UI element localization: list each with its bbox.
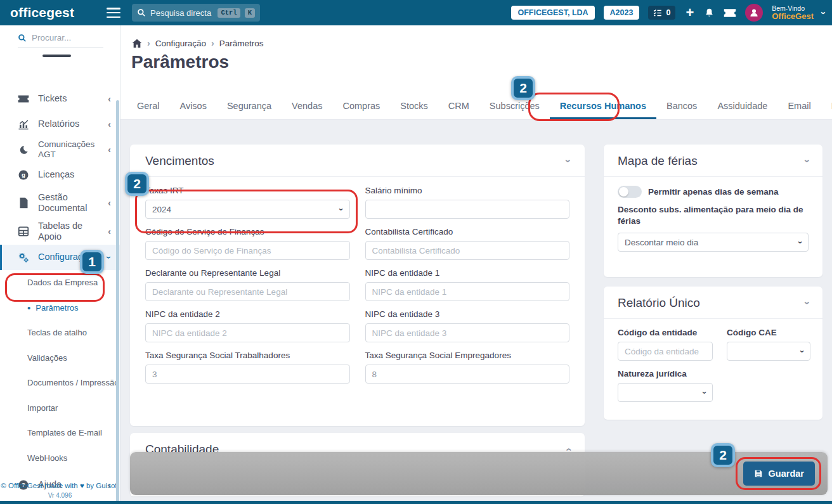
tab-email[interactable]: Email <box>777 94 821 119</box>
notifications-bell-icon[interactable] <box>704 8 715 18</box>
codigo-entidade-input[interactable] <box>618 342 713 361</box>
task-counter-badge[interactable]: 0 <box>648 6 675 20</box>
tab-compras[interactable]: Compras <box>332 94 390 119</box>
tab-mais[interactable]: Mais› <box>821 94 832 119</box>
declarante-representante-input[interactable] <box>145 282 350 301</box>
user-welcome[interactable]: Bem-Vindo OfficeGest <box>772 4 814 22</box>
sidebar-subitem-importar[interactable]: Importar <box>0 396 120 421</box>
sidebar-search-placeholder: Procurar... <box>32 33 71 42</box>
tab-avisos[interactable]: Avisos <box>169 94 216 119</box>
field-taxas-irt: Taxas IRT 2024 › <box>145 186 350 219</box>
tab-stocks[interactable]: Stocks <box>390 94 438 119</box>
collapse-chevron-icon[interactable]: › <box>801 159 812 162</box>
taxas-irt-select[interactable]: 2024 › <box>145 200 350 219</box>
sidebar-subitem-dados-da-empresa[interactable]: Dados da Empresa <box>0 270 120 295</box>
mapa-ferias-header[interactable]: Mapa de férias › <box>604 145 822 177</box>
bar-chart-icon <box>18 119 29 130</box>
contabilista-certificado-input[interactable] <box>365 241 570 260</box>
natureza-juridica-select[interactable]: › <box>618 383 713 402</box>
checklist-icon <box>653 9 662 17</box>
sidebar-subitem-documentos-impressao[interactable]: Documentos / Impressão <box>0 370 120 396</box>
breadcrumb-separator: › <box>211 38 214 48</box>
collapse-chevron-icon[interactable]: › <box>562 159 573 162</box>
weekdays-only-toggle[interactable] <box>618 186 642 198</box>
main-header: › Configuração › Parâmetros Parâmetros G… <box>120 25 832 120</box>
quick-add-icon[interactable]: + <box>686 6 694 20</box>
tab-assiduidade[interactable]: Assiduidade <box>707 94 777 119</box>
relatorio-unico-header[interactable]: Relatório Único › <box>604 287 822 319</box>
table-grid-icon <box>18 226 29 237</box>
taxa-ss-empregadores-input[interactable] <box>365 365 570 384</box>
sidebar-subitem-teclas-de-atalho[interactable]: Teclas de atalho <box>0 320 120 346</box>
tab-seguranca[interactable]: Segurança <box>217 94 282 119</box>
tab-subscricoes[interactable]: Subscrições <box>479 94 550 119</box>
chevron-left-icon: ‹ <box>108 145 111 155</box>
codigo-servico-financas-input[interactable] <box>145 241 350 260</box>
sidebar-item-licencas[interactable]: g Licenças <box>0 162 120 188</box>
codigo-cae-select[interactable]: › <box>727 342 810 361</box>
sidebar-item-comunicacoes-agt[interactable]: Comunicações AGT ‹ <box>0 137 120 162</box>
breadcrumb-configuracao[interactable]: Configuração <box>155 39 206 48</box>
nipc-entidade-3-input[interactable] <box>365 323 570 342</box>
hamburger-menu-icon[interactable] <box>107 8 120 18</box>
footer-credit[interactable]: © OfficeGest made with ♥ by Guisoft <box>0 482 120 489</box>
user-avatar[interactable] <box>745 4 763 22</box>
sidebar-subitem-templates-email[interactable]: Templates de E-mail <box>0 420 120 446</box>
save-button[interactable]: Guardar <box>743 462 815 486</box>
field-codigo-entidade: Código da entidade <box>618 328 713 361</box>
field-natureza-juridica: Natureza jurídica › <box>618 369 713 402</box>
salario-minimo-input[interactable] <box>365 200 570 219</box>
chevron-left-icon: ‹ <box>108 94 111 104</box>
sidebar-item-gestao-documental[interactable]: Gestão Documental ‹ <box>0 188 120 218</box>
tab-crm[interactable]: CRM <box>438 94 479 119</box>
vencimentos-header[interactable]: Vencimentos › <box>130 145 585 177</box>
sidebar-item-relatorios[interactable]: Relatórios ‹ <box>0 112 120 137</box>
document-icon <box>18 197 29 209</box>
sidebar-item-tickets[interactable]: Tickets ‹ <box>0 86 120 112</box>
app-logo[interactable]: officegest <box>0 5 95 20</box>
kbd-ctrl: Ctrl <box>218 8 240 18</box>
search-icon <box>137 8 146 17</box>
vencimentos-panel: Vencimentos › Taxas IRT 2024 › Salário m… <box>130 145 585 426</box>
chevron-left-icon: ‹ <box>108 198 111 208</box>
gears-icon <box>18 252 29 263</box>
global-search[interactable]: Pesquisa directa Ctrl K <box>132 4 260 22</box>
user-menu-chevron-icon[interactable]: › <box>819 11 829 15</box>
sidebar-subitem-parametros[interactable]: • Parâmetros <box>0 295 120 321</box>
chevron-down-icon: › <box>337 208 346 210</box>
discount-select[interactable]: Descontar meio dia › <box>618 233 809 252</box>
collapse-chevron-icon[interactable]: › <box>801 301 812 304</box>
sidebar-scrollbar[interactable] <box>116 100 119 504</box>
field-contabilista-certificado: Contabilista Certificado <box>365 227 570 260</box>
sidebar-item-configuracoes[interactable]: Configurações › <box>0 245 120 270</box>
welcome-text: Bem-Vindo <box>772 4 814 12</box>
nipc-entidade-1-input[interactable] <box>365 282 570 301</box>
breadcrumb-parametros[interactable]: Parâmetros <box>219 39 264 48</box>
sidebar-search[interactable]: Procurar... <box>18 33 103 48</box>
collapsed-menu-dash <box>42 55 71 57</box>
tab-vendas[interactable]: Vendas <box>282 94 332 119</box>
tab-geral[interactable]: Geral <box>127 94 169 119</box>
sidebar-subitem-validacoes[interactable]: Validações <box>0 346 120 371</box>
nipc-entidade-2-input[interactable] <box>145 323 350 342</box>
tab-recursos-humanos[interactable]: Recursos Humanos <box>550 94 656 119</box>
company-badge[interactable]: OFFICEGEST, LDA <box>511 6 594 20</box>
chevron-down-icon: › <box>797 350 807 352</box>
fiscal-year-badge[interactable]: A2023 <box>604 6 640 20</box>
license-circle-icon: g <box>18 169 29 181</box>
field-codigo-cae: Código CAE › <box>727 328 810 361</box>
tab-bancos[interactable]: Bancos <box>656 94 707 119</box>
sidebar-item-tabelas-de-apoio[interactable]: Tabelas de Apoio ‹ <box>0 218 120 245</box>
home-icon[interactable] <box>132 39 142 48</box>
field-declarante-representante: Declarante ou Representante Legal <box>145 268 350 301</box>
tickets-icon[interactable] <box>724 8 736 18</box>
sidebar-subitem-webhooks[interactable]: WebHooks <box>0 446 120 471</box>
username-text: OfficeGest <box>772 12 814 22</box>
active-bullet: • <box>27 302 30 313</box>
taxa-ss-trabalhadores-input[interactable] <box>145 365 350 384</box>
svg-text:g: g <box>22 171 25 178</box>
collapse-chevron-icon[interactable]: › <box>562 448 573 451</box>
chevron-down-icon: › <box>795 241 805 243</box>
mapa-ferias-title: Mapa de férias <box>618 154 698 168</box>
relatorio-unico-title: Relatório Único <box>618 296 700 310</box>
